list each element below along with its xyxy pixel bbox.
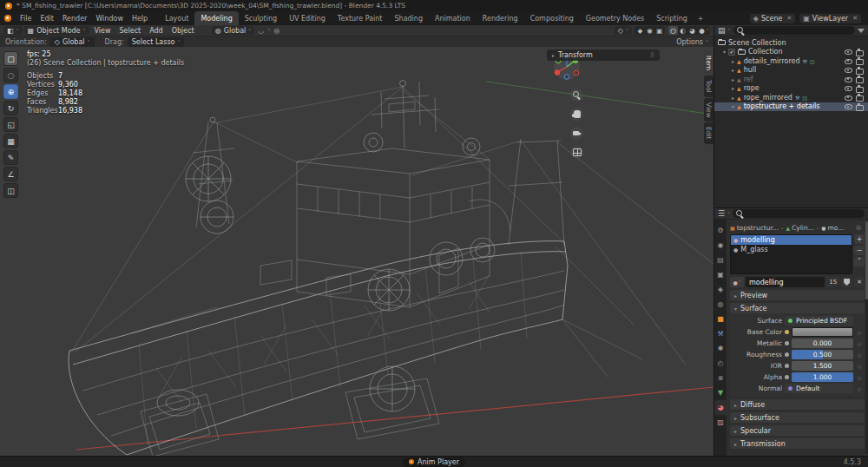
workspace-tab-rendering[interactable]: Rendering [477, 11, 524, 25]
viewport-canvas[interactable]: ▢ ◌ ⊕ ↻ ◱ ▦ ✎ ∠ ◫ fps: 25 (26) Scene Col… [0, 47, 713, 456]
shading-solid-button[interactable]: ◐ [678, 26, 687, 35]
diffuse-panel-header[interactable]: ▸ Diffuse [730, 399, 865, 410]
workspace-tab-modeling[interactable]: Modeling [194, 11, 238, 25]
sidebar-tab-view[interactable]: View [704, 98, 713, 122]
outliner-item-topstructure-details[interactable]: ▾ ▲ topstructure + details [714, 102, 868, 112]
specular-panel-header[interactable]: ▸ Specular [730, 425, 865, 436]
decorator-icon[interactable]: ◇ [856, 363, 863, 369]
decorator-icon[interactable]: ◇ [856, 352, 863, 358]
tool-orientation-dropdown[interactable]: ◇ Global ˅ [50, 37, 95, 47]
properties-search-input[interactable] [733, 209, 865, 218]
menu-window[interactable]: Window [91, 11, 128, 25]
snap-dropdown-icon[interactable]: ˅ [267, 28, 270, 34]
camera-icon[interactable] [856, 94, 865, 101]
proportional-edit-toggle[interactable]: ◎ [272, 26, 281, 35]
transmission-panel-header[interactable]: ▸ Transmission [730, 438, 865, 449]
workspace-tab-geometry-nodes[interactable]: Geometry Nodes [580, 11, 650, 25]
viewlayer-selector[interactable]: ▣ ViewLayer ✕ [799, 14, 861, 23]
tool-move[interactable]: ⊕ [3, 84, 18, 99]
anim-player-indicator[interactable]: Anim Player [403, 457, 465, 467]
base-color-swatch[interactable] [792, 327, 853, 337]
shading-dropdown-icon[interactable]: ˅ [707, 28, 709, 34]
tool-transform[interactable]: ▦ [3, 134, 18, 148]
eye-icon[interactable] [845, 94, 852, 101]
breadcrumb-mesh-data[interactable]: ▲Cylin... [786, 224, 813, 232]
zoom-button[interactable] [570, 89, 583, 102]
menu-view[interactable]: View [91, 27, 115, 35]
expand-icon[interactable]: ▸ [732, 76, 734, 82]
options-dropdown[interactable]: Options [676, 38, 703, 46]
orientation-dropdown[interactable]: ◍ Global ˅ [212, 26, 255, 35]
tab-scene[interactable]: ◈ [714, 282, 727, 297]
drag-handle-icon[interactable]: ⠿ [650, 52, 654, 59]
material-slot-list[interactable]: ● modelling ● M_glass [730, 234, 852, 274]
tab-texture[interactable]: ▨ [714, 415, 727, 430]
workspace-tab-uv-editing[interactable]: UV Editing [283, 11, 332, 25]
drag-mode-dropdown[interactable]: Select Lasso ˅ [128, 37, 185, 47]
tab-world[interactable]: ◍ [714, 297, 727, 312]
camera-icon[interactable] [856, 57, 865, 64]
slot-specials-button[interactable]: ˅ [854, 257, 865, 266]
collapse-icon[interactable]: ▾ [732, 103, 734, 109]
remove-slot-button[interactable]: − [854, 246, 865, 255]
tool-select-box[interactable]: ▢ [3, 51, 18, 66]
sidebar-tab-tool[interactable]: Tool [704, 76, 713, 97]
camera-view-button[interactable] [570, 127, 583, 140]
tab-modifiers[interactable]: ⚒ [714, 326, 727, 341]
tab-constraints[interactable]: ⊗ [714, 371, 727, 385]
sidebar-tab-edit[interactable]: Edit [704, 122, 713, 144]
eye-icon[interactable] [845, 76, 852, 82]
outliner-item-details-mirrored[interactable]: ▸ ▲ details_mirrored ⚒ ◫ [714, 56, 868, 66]
eye-icon[interactable] [845, 103, 852, 110]
show-overlays-toggle[interactable]: ◉ [645, 26, 654, 35]
mode-dropdown[interactable]: ▦ Object Mode ˅ [24, 26, 89, 35]
metallic-slider[interactable]: 0.000 [792, 339, 853, 348]
filter-icon[interactable] [858, 29, 865, 33]
camera-icon[interactable] [856, 67, 865, 74]
alpha-slider[interactable]: 1.000 [792, 372, 853, 382]
menu-help[interactable]: Help [128, 11, 152, 25]
camera-icon[interactable] [856, 85, 865, 92]
transform-panel-header[interactable]: ▸ Transform ⠿ [547, 49, 660, 61]
tool-add-cube[interactable]: ◫ [3, 183, 18, 198]
tool-measure[interactable]: ∠ [3, 167, 18, 181]
tab-output[interactable]: ▤ [714, 253, 727, 267]
eye-icon[interactable] [845, 57, 852, 64]
sidebar-tab-item[interactable]: Item [704, 51, 713, 75]
blender-menu-button[interactable] [0, 11, 16, 25]
eye-icon[interactable] [845, 67, 852, 74]
tool-rotate[interactable]: ↻ [3, 101, 18, 115]
material-slot-m-glass[interactable]: ● M_glass [731, 245, 852, 254]
scene-selector[interactable]: ◈ Scene ✕ [750, 14, 795, 23]
decorator-icon[interactable]: ◇ [856, 340, 863, 346]
show-gizmo-toggle[interactable]: ◆ [635, 26, 645, 35]
tool-scale[interactable]: ◱ [3, 117, 18, 132]
menu-add[interactable]: Add [146, 27, 167, 35]
pivot-dropdown[interactable]: ◇ ˅ [615, 26, 632, 35]
add-slot-button[interactable]: + [854, 234, 865, 244]
workspace-tab-sculpting[interactable]: Sculpting [239, 11, 283, 25]
menu-file[interactable]: File [16, 11, 36, 25]
preview-panel-header[interactable]: ▸ Preview [730, 290, 865, 300]
subsurface-panel-header[interactable]: ▸ Subsurface [730, 412, 865, 423]
material-users-count[interactable]: 15 [826, 277, 839, 287]
workspace-tab-animation[interactable]: Animation [429, 11, 477, 25]
tool-cursor[interactable]: ◌ [3, 68, 18, 82]
eye-icon[interactable] [845, 49, 852, 56]
workspace-tab-texture-paint[interactable]: Texture Paint [332, 11, 389, 25]
outliner-item-rope-mirrored[interactable]: ▸ ▲ rope_mirrored ⚒ ◫ [714, 93, 868, 102]
tab-object-data[interactable]: ▼ [714, 385, 727, 400]
menu-select[interactable]: Select [116, 27, 145, 35]
workspace-tab-shading[interactable]: Shading [388, 11, 429, 25]
expand-icon[interactable]: ▸ [732, 58, 734, 64]
editor-type-button[interactable]: ◧ ˅ [3, 26, 23, 35]
pan-button[interactable] [570, 108, 583, 121]
shading-wireframe-button[interactable]: ○ [668, 26, 678, 35]
roughness-slider[interactable]: 0.500 [792, 350, 853, 359]
outliner-editor-icon[interactable]: ▤ [718, 26, 726, 35]
outliner-item-ref[interactable]: ▸ ▲ ref [714, 75, 868, 84]
expand-icon[interactable]: ▸ [732, 67, 734, 73]
tool-annotate[interactable]: ✎ [3, 150, 18, 165]
workspace-tab-layout[interactable]: Layout [159, 11, 194, 25]
menu-edit[interactable]: Edit [36, 11, 58, 25]
